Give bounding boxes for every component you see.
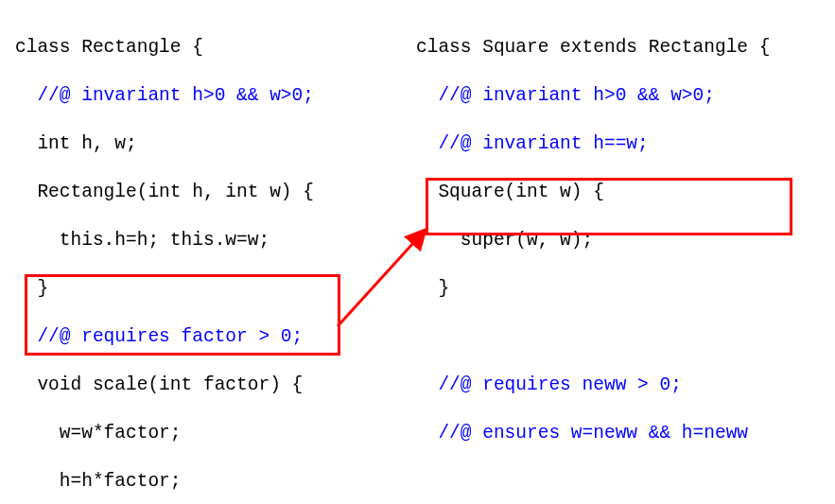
code-comment: //@ invariant h==w;	[416, 133, 649, 154]
code-line: void scale(int factor) {	[15, 374, 303, 395]
right-code-column: class Square extends Rectangle { //@ inv…	[416, 11, 770, 504]
code-line: class Rectangle {	[15, 37, 203, 58]
left-code-column: class Rectangle { //@ invariant h>0 && w…	[15, 11, 314, 504]
code-comment: //@ invariant h>0 && w>0;	[416, 85, 715, 106]
highlight-box-left	[25, 274, 340, 356]
code-line: int h, w;	[15, 133, 137, 154]
code-line: Rectangle(int h, int w) {	[15, 182, 314, 202]
code-line: class Square extends Rectangle {	[416, 37, 770, 58]
code-line: this.h=h; this.w=w;	[15, 230, 270, 251]
highlight-box-right	[426, 178, 792, 235]
code-comment: //@ invariant h>0 && w>0;	[15, 85, 314, 106]
svg-line-1	[338, 232, 424, 326]
code-comment: //@ requires neww > 0;	[416, 374, 682, 395]
code-line: w=w*factor;	[15, 423, 182, 443]
code-line: h=h*factor;	[15, 471, 182, 492]
code-comment: //@ ensures w=neww && h=neww	[416, 423, 748, 443]
code-line: }	[416, 278, 449, 299]
